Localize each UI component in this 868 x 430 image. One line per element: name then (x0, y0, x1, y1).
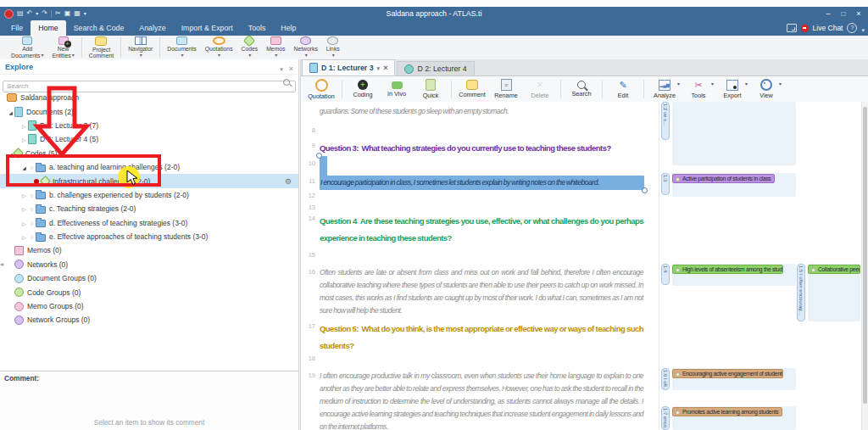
ribbon-collapse-caret-icon[interactable] (861, 20, 865, 36)
copy-icon[interactable] (64, 9, 71, 18)
toolbar-button[interactable]: Quick (414, 77, 448, 101)
quotation-bracket[interactable]: 1:7 enco… (661, 406, 670, 430)
tab-close-icon[interactable] (383, 64, 387, 72)
ribbon-tab[interactable]: Help (273, 20, 303, 36)
tree-item[interactable]: Documents (2) (0, 104, 298, 118)
toolbar-button[interactable]: Tools (682, 77, 715, 101)
document-tab[interactable]: D 2: Lecturer 4 (397, 61, 474, 75)
tree-item[interactable]: a. teaching and learning challenges (2-0… (0, 160, 298, 174)
code-label[interactable]: Active participation of students in clas… (672, 174, 775, 183)
ribbon-button[interactable] (159, 37, 160, 58)
ribbon-button[interactable]: Navigator (124, 36, 157, 59)
close-button[interactable] (851, 7, 866, 21)
document-tab[interactable]: D 1: Lecturer 3 (302, 59, 395, 75)
code-label[interactable]: Collaborative peer teac (808, 265, 860, 274)
ribbon-button[interactable]: Networks (290, 36, 322, 59)
toolbar-button[interactable]: Edit (606, 77, 640, 101)
cut-icon[interactable] (55, 9, 61, 18)
tree-item[interactable]: d. Effectiveness of teaching strategies … (0, 216, 298, 230)
quotation-bracket[interactable]: 1:3 (661, 173, 670, 195)
live-chat-button[interactable]: Live Chat (813, 24, 843, 32)
toolbar-button[interactable]: Search (565, 77, 598, 101)
expander-icon[interactable] (20, 163, 28, 171)
expander-icon[interactable] (20, 121, 28, 130)
quotation-bracket[interactable]: 1:6 I oft… (661, 368, 670, 390)
toolbar-button[interactable]: Comment (455, 77, 489, 101)
maximize-button[interactable] (836, 7, 851, 21)
toolbar-button[interactable]: Rename (489, 77, 523, 101)
help-icon[interactable] (847, 23, 857, 33)
tree-item[interactable]: D 2: Lecturer 4 (5) (0, 132, 298, 146)
tree-item[interactable]: Saldana approach (0, 91, 298, 104)
ribbon-tab[interactable]: Import & Export (174, 20, 241, 36)
selection-handle-start[interactable] (316, 153, 322, 159)
tree-item[interactable]: b. challenges experienced by students (2… (0, 188, 298, 202)
expander-icon[interactable] (20, 232, 28, 241)
scrollbar-thumb[interactable] (863, 107, 867, 404)
undo-icon[interactable] (27, 9, 33, 18)
ribbon-button[interactable]: New Entities (47, 36, 78, 59)
minimize-button[interactable] (821, 7, 836, 21)
ribbon-button[interactable] (81, 37, 82, 58)
ribbon-button[interactable]: Documents (163, 36, 200, 59)
ribbon-tab[interactable]: File (3, 20, 31, 36)
toolbar-button[interactable]: Delete (523, 77, 557, 101)
toolbar-button[interactable]: Export (715, 77, 749, 101)
toolbar-button[interactable] (451, 80, 452, 98)
ribbon-button[interactable]: Codes (237, 36, 263, 59)
collapse-handle-icon[interactable] (0, 254, 3, 270)
selection-handle-end[interactable] (642, 187, 648, 193)
toolbar-button[interactable] (643, 80, 644, 98)
ribbon-button[interactable]: Quotations (201, 36, 237, 59)
undo-caret-icon[interactable] (36, 9, 38, 18)
redo-icon[interactable] (42, 9, 47, 18)
toolbar-button[interactable]: Quotation (304, 77, 338, 101)
ribbon-button[interactable]: Links (322, 36, 344, 59)
toolbar-button[interactable] (560, 80, 561, 98)
toolbar-button[interactable]: In Vivo (380, 77, 414, 101)
gear-icon[interactable] (285, 177, 298, 186)
quotation-bracket[interactable]: 1:5 I often encourag… (797, 264, 805, 321)
expander-icon[interactable] (7, 108, 14, 116)
tree-item[interactable]: c. Teaching strategies (2-0) (0, 202, 298, 215)
feedback-icon[interactable] (787, 24, 797, 32)
ribbon-button[interactable]: Add Documents (7, 36, 47, 59)
tree-item[interactable]: e. Effective approaches of teaching stud… (0, 230, 298, 243)
quotation-bracket[interactable]: 1:4 (661, 264, 670, 285)
toolbar-button[interactable]: View (749, 77, 783, 101)
ribbon-button[interactable]: Project Comment (85, 36, 118, 59)
ribbon-tab[interactable]: Home (31, 20, 65, 36)
document-content[interactable]: guardians. Some of these students go sle… (301, 102, 868, 430)
toolbar-button[interactable] (602, 80, 603, 98)
paste-icon[interactable] (74, 9, 81, 18)
tree-item[interactable]: Document Groups (0) (0, 271, 298, 285)
scrollbar[interactable] (861, 102, 868, 430)
expander-icon[interactable] (20, 219, 28, 227)
tree-item[interactable]: Infrastructural challenges (2-0) (0, 174, 298, 187)
code-label[interactable]: Promotes active learning among students (672, 407, 782, 416)
panel-menu-caret-icon[interactable] (280, 59, 283, 75)
ribbon-tab[interactable]: Tools (241, 20, 274, 36)
ribbon-tab[interactable]: Search & Code (66, 20, 132, 36)
tree-item[interactable]: Memo Groups (0) (0, 299, 298, 313)
code-label[interactable]: High levels of absenteeism among the stu… (672, 265, 783, 274)
toolbar-button[interactable] (342, 80, 342, 98)
tree-item[interactable]: Memos (0) (0, 243, 298, 257)
quotation-bracket[interactable]: 1:2 ve s… (661, 102, 670, 140)
code-label[interactable]: Encouraging active engagement of student… (672, 369, 783, 378)
tree-item[interactable]: Networks (0) (0, 258, 298, 271)
tree-item[interactable]: Network Groups (0) (0, 313, 298, 327)
ribbon-tab[interactable]: Analyze (131, 20, 173, 36)
paste-caret-icon[interactable] (84, 9, 86, 18)
expander-icon[interactable] (20, 135, 28, 143)
tree-item[interactable]: Code Groups (0) (0, 285, 298, 299)
expander-icon[interactable] (20, 204, 28, 213)
ribbon-button[interactable]: Memos (262, 36, 289, 59)
save-icon[interactable] (17, 9, 24, 18)
panel-close-icon[interactable] (289, 59, 293, 75)
tree-item[interactable]: D 1: Lecturer 3 (7) (0, 119, 298, 132)
ribbon-button[interactable] (120, 37, 121, 58)
tab-caret-icon[interactable] (377, 64, 381, 72)
expander-icon[interactable] (20, 191, 28, 199)
toolbar-button[interactable]: Coding (346, 77, 380, 101)
